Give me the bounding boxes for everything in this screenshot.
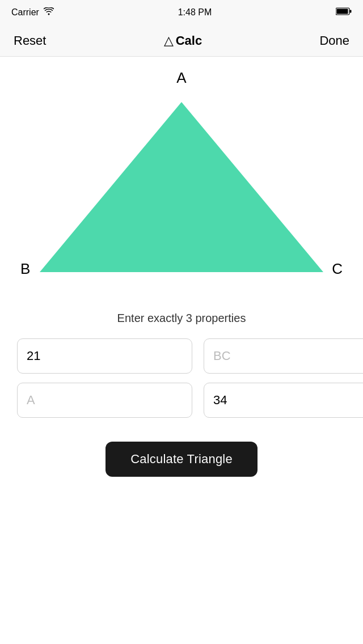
- angle-b-input[interactable]: [204, 383, 363, 418]
- wifi-icon: [44, 7, 54, 18]
- calculate-button[interactable]: Calculate Triangle: [105, 442, 258, 477]
- status-time: 1:48 PM: [178, 7, 212, 18]
- svg-marker-3: [40, 102, 323, 272]
- status-right: [336, 7, 352, 18]
- reset-button[interactable]: Reset: [14, 33, 46, 48]
- status-left: Carrier: [11, 7, 54, 18]
- vertex-c-label: C: [332, 260, 343, 278]
- nav-title-text: Calc: [176, 33, 202, 48]
- bc-input[interactable]: [204, 338, 363, 374]
- vertex-a-label: A: [176, 69, 186, 87]
- svg-rect-2: [349, 10, 351, 13]
- triangle-svg: [0, 57, 363, 306]
- triangle-area: A B C: [0, 57, 363, 306]
- status-bar: Carrier 1:48 PM: [0, 0, 363, 25]
- ab-input[interactable]: [17, 338, 192, 374]
- nav-bar: Reset △Calc Done: [0, 25, 363, 57]
- vertex-b-label: B: [20, 260, 30, 278]
- done-button[interactable]: Done: [319, 33, 349, 48]
- input-grid: [17, 338, 346, 418]
- main-content: A B C Enter exactly 3 properties Calcula…: [0, 57, 363, 477]
- instruction-text: Enter exactly 3 properties: [117, 312, 246, 325]
- triangle-icon: △: [164, 33, 174, 48]
- angle-a-input[interactable]: [17, 383, 192, 418]
- battery-icon: [336, 7, 352, 18]
- nav-title: △Calc: [164, 33, 202, 48]
- svg-rect-1: [336, 9, 348, 14]
- carrier-label: Carrier: [11, 7, 39, 18]
